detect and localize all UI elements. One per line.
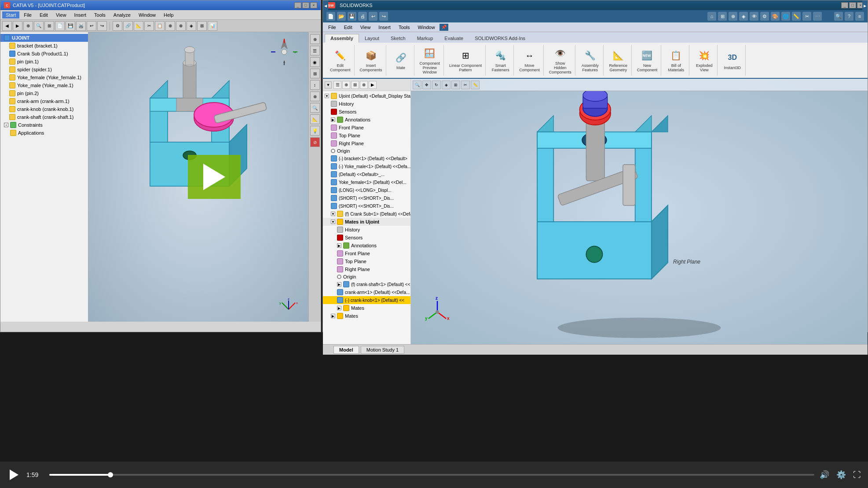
sw-tree-crankshaft[interactable]: ▶ (f) crank-shaft<1> (Default) <<... [323, 280, 410, 288]
catia-menu-analyze[interactable]: Analyze [110, 11, 134, 18]
sw-vp-zoom[interactable]: 🔍 [413, 81, 421, 89]
sw-qa-view-settings[interactable]: ⚙ [760, 12, 769, 21]
sw-tree-sensors-2[interactable]: Sensors [323, 234, 410, 242]
catia-toolbar-btn-2[interactable]: ▶ [13, 21, 22, 31]
catia-toolbar-btn-14[interactable]: ✂ [144, 21, 154, 31]
sw-tree-crankarm[interactable]: crank-arm<1> (Default) <<Defa... [323, 288, 410, 296]
sw-tree-short2[interactable]: (SHORT) <<SHORT>_Dis... [323, 202, 410, 210]
sw-qa-edit-appearance[interactable]: 🎨 [771, 12, 780, 21]
catia-tree-item-cranksub[interactable]: Crank Sub (Product1.1) [0, 50, 88, 58]
sw-qa-save[interactable]: 💾 [348, 12, 356, 21]
sw-tree-short1[interactable]: (SHORT) <<SHORT>_Dis... [323, 194, 410, 202]
sw-tree-mates-sub[interactable]: ▶ Mates [323, 304, 410, 312]
catia-tree-item-pin2[interactable]: pin (pin.2) [0, 89, 88, 97]
catia-maximize-btn[interactable]: □ [302, 2, 309, 8]
catia-toolbar-btn-1[interactable]: ◀ [2, 21, 12, 31]
catia-tree-item-yokemale[interactable]: Yoke_male (Yoke_male.1) [0, 81, 88, 89]
sw-tab-assembly[interactable]: Assembly [325, 34, 359, 43]
sw-vp-pan[interactable]: ✥ [422, 81, 431, 89]
sw-search-btn[interactable]: 🔍 [834, 12, 843, 21]
sw-vp-section[interactable]: ✂ [461, 81, 470, 89]
catia-tree-item-yokefemale[interactable]: Yoke_female (Yoke_female.1) [0, 73, 88, 81]
sw-vp-wire[interactable]: ⊞ [451, 81, 460, 89]
sw-menu-edit[interactable]: Edit [341, 24, 356, 31]
catia-menu-view[interactable]: View [52, 11, 70, 18]
catia-side-btn-2[interactable]: ☰ [310, 46, 320, 55]
sw-menu-window[interactable]: Window [414, 24, 439, 31]
sw-options-btn[interactable]: ≡ [855, 12, 864, 21]
sw-tree-ic-1[interactable]: ☰ [333, 81, 341, 89]
sw-tab-layout[interactable]: Layout [359, 34, 385, 43]
sw-tree-bracket[interactable]: (-) bracket<1> (Default) <<Default> [323, 154, 410, 162]
catia-menu-insert[interactable]: Insert [71, 11, 90, 18]
sw-qa-scene[interactable]: 🌐 [781, 12, 790, 21]
catia-tree-item-pin1[interactable]: pin (pin.1) [0, 58, 88, 66]
sw-expand-annotations-2[interactable]: ▶ [337, 243, 341, 248]
catia-side-btn-3[interactable]: ◉ [310, 57, 320, 67]
sw-tree-long[interactable]: (LONG) <<LONG>_Displ... [323, 186, 410, 194]
sw-qa-open[interactable]: 📂 [337, 12, 346, 21]
sw-tree-ic-2[interactable]: ⊕ [342, 81, 350, 89]
catia-tree-item-applications[interactable]: Applications [0, 129, 88, 137]
sw-tree-root[interactable]: ▼ Ujoint (Default) <Default_Display Stat… [323, 92, 410, 100]
video-volume-icon[interactable]: 🔊 [820, 470, 829, 480]
sw-show-hidden-icon[interactable]: 👁️ [553, 46, 567, 60]
sw-qa-new[interactable]: 📄 [326, 12, 335, 21]
sw-qa-view-orient[interactable]: ⊕ [729, 12, 737, 21]
sw-tree-right-plane[interactable]: Right Plane [323, 139, 410, 147]
sw-vp-shaded[interactable]: ◈ [442, 81, 450, 89]
sw-exploded-view-icon[interactable]: 💥 [697, 48, 711, 62]
sw-edit-component-icon[interactable]: ✏️ [333, 48, 347, 62]
sw-vp-measure[interactable]: 📏 [471, 81, 480, 89]
sw-qa-home[interactable]: ⌂ [707, 12, 716, 21]
sw-tree-top-plane-2[interactable]: Top Plane [323, 257, 410, 265]
catia-minimize-btn[interactable]: _ [294, 2, 301, 8]
catia-tree-item-bracket[interactable]: bracket (bracket.1) [0, 42, 88, 50]
catia-side-btn-5[interactable]: ↕ [310, 80, 320, 90]
catia-toolbar-btn-19[interactable]: ⊞ [197, 21, 207, 31]
video-play-button[interactable] [7, 468, 21, 482]
sw-tree-ic-5[interactable]: ▶ [369, 81, 377, 89]
sw-expand-crankshaft[interactable]: ▶ [337, 282, 341, 286]
catia-toolbar-btn-9[interactable]: ↩ [87, 21, 96, 31]
sw-smart-fasteners-icon[interactable]: 🔩 [494, 48, 508, 62]
sw-tree-collapse-btn[interactable]: ◀ [323, 0, 328, 11]
sw-menu-tools[interactable]: Tools [395, 24, 414, 31]
sw-expand-annotations[interactable]: ▶ [331, 117, 335, 122]
catia-toolbar-btn-15[interactable]: 📋 [155, 21, 165, 31]
sw-tab-markup[interactable]: Markup [411, 34, 439, 43]
play-overlay-button[interactable] [188, 155, 241, 199]
catia-tree-item-crankknob[interactable]: crank-knob (crank-knob.1) [0, 105, 88, 113]
sw-tree-front-plane-2[interactable]: Front Plane [323, 250, 410, 257]
sw-qa-undo[interactable]: ↩ [369, 12, 377, 21]
catia-side-btn-4[interactable]: ⊞ [310, 69, 320, 78]
sw-assembly-features-icon[interactable]: 🔧 [583, 48, 597, 62]
sw-menu-pin[interactable]: 📌 [439, 24, 448, 31]
sw-right-collapse-btn[interactable]: ▶ [862, 0, 868, 11]
sw-menu-insert[interactable]: Insert [375, 24, 394, 31]
sw-qa-display-style[interactable]: ◈ [739, 12, 748, 21]
sw-tree-top-plane[interactable]: Top Plane [323, 132, 410, 139]
sw-qa-measure[interactable]: 📏 [792, 12, 801, 21]
sw-qa-hide-show[interactable]: 👁 [750, 12, 758, 21]
catia-close-btn[interactable]: × [310, 2, 317, 8]
catia-toolbar-btn-20[interactable]: 📊 [208, 21, 217, 31]
catia-toolbar-btn-12[interactable]: 🔗 [123, 21, 133, 31]
catia-tree-root[interactable]: UJOINT [0, 34, 88, 42]
catia-side-btn-1[interactable]: ⊕ [310, 34, 320, 44]
sw-reference-geometry-icon[interactable]: 📐 [611, 48, 625, 62]
catia-side-btn-9[interactable]: 💡 [310, 126, 320, 136]
sw-menu-view[interactable]: View [357, 24, 374, 31]
sw-tree-crankknob[interactable]: (-) crank-knob<1> (Default) << [323, 296, 410, 304]
catia-toolbar-btn-6[interactable]: 📄 [55, 21, 65, 31]
catia-tree-item-spider[interactable]: spider (spider.1) [0, 66, 88, 73]
sw-instant3d-icon[interactable]: 3D [725, 51, 740, 65]
sw-minimize-btn[interactable]: _ [841, 2, 848, 8]
sw-tree-right-plane-2[interactable]: Right Plane [323, 265, 410, 273]
sw-tab-addins[interactable]: SOLIDWORKS Add-Ins [469, 34, 531, 43]
catia-menu-tools[interactable]: Tools [91, 11, 109, 18]
sw-help-btn[interactable]: ? [845, 12, 853, 21]
catia-tree-item-crankarm[interactable]: crank-arm (crank-arm.1) [0, 97, 88, 105]
sw-viewport[interactable]: 🔍 ✥ ↻ ◈ ⊞ ✂ 📏 [411, 79, 868, 344]
sw-mate-icon[interactable]: 🔗 [394, 51, 408, 65]
